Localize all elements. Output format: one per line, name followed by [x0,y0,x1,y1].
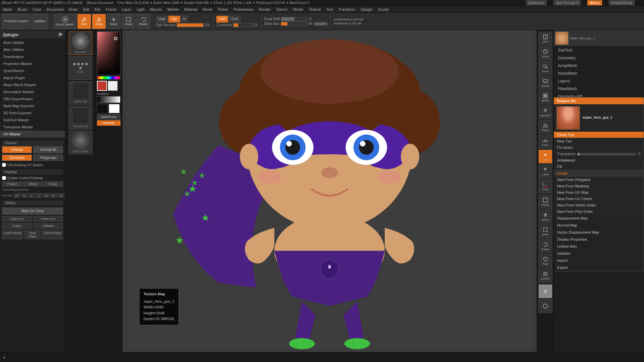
actual-btn[interactable]: 1:1 Actual [538,76,552,90]
menu-zscript[interactable]: Zscript [376,7,390,12]
lsym-btn[interactable]: L.Sym [538,164,552,178]
menu-tool[interactable]: Tool [325,7,334,12]
hue-strip[interactable] [97,76,120,79]
quick-sketch-btn[interactable]: Quick Sketch [54,14,76,29]
draw-btn[interactable]: Draw [92,14,106,29]
vector-displacement-map-item[interactable]: Vector Displacement Map [554,229,644,236]
multi-map-exporter-item[interactable]: Multi Map Exporter [0,103,65,110]
background-color-swatch[interactable] [108,81,118,91]
projection-master-btn[interactable]: Projection Master [2,14,30,29]
bottom-gray-btn[interactable] [538,284,552,298]
unwrap-all-btn[interactable]: Unwrap All [33,146,63,153]
zadd-btn[interactable]: Zadd [216,16,228,22]
scale-btn[interactable]: Scale [122,14,135,29]
mrgb-btn[interactable]: Mrgb [156,16,168,22]
rotate-btn[interactable]: Rotate [137,14,150,29]
transpose-master-item[interactable]: Transpose Master [0,124,65,131]
menus-btn[interactable]: Menus [587,0,602,5]
uv-master-item[interactable]: UV Master [0,131,65,138]
subtool-item[interactable]: SubTool [554,47,644,54]
flatten-btn[interactable]: Flatten [2,223,32,229]
projection-master-item[interactable]: Projection Master [0,60,65,67]
zoom-btn[interactable]: Zoom [538,61,552,75]
subtool-master-item[interactable]: SubTool Master [0,117,65,124]
brush-standard-thumb[interactable]: Standard [69,32,92,55]
displacement-map-item[interactable]: Displacement Map [554,215,644,222]
fill-item[interactable]: Fill [554,164,644,170]
dynamic-icon-btn[interactable]: Dynamic [538,105,552,119]
menu-macros[interactable]: Macros [149,7,163,12]
menu-alpha[interactable]: Alpha [1,7,13,12]
auto-update-item[interactable]: Auto Update [0,39,65,46]
default-script-btn[interactable]: DefaultZScript [609,0,635,5]
spix-btn[interactable]: SPix [538,32,552,46]
switch-color-btn[interactable]: SwitchColor [97,114,120,120]
menu-zplugin[interactable]: Zplugin [359,7,374,12]
menu-frame[interactable]: Frame [105,7,118,12]
rgb-btn[interactable]: Rgb [168,16,180,22]
new-from-poly-order-item[interactable]: New From Poly Order [554,208,644,215]
polygroups-toggle[interactable]: Polygroups [33,155,63,161]
menu-stencil[interactable]: Stencil [275,7,289,12]
menu-brush[interactable]: Brush [16,7,29,12]
unflatten-btn[interactable]: Unflatten [33,223,63,229]
paste-uvs-btn[interactable]: Paste UVs [33,216,63,222]
enable-control-painting-checkbox[interactable] [2,176,6,180]
lightbox-btn[interactable]: LightBox [32,14,48,29]
brush-texture-off-thumb[interactable]: Texture Off [69,106,92,129]
menu-document[interactable]: Document [45,7,65,12]
local-btn[interactable]: Local [538,149,552,164]
rotate-icon-btn[interactable]: Rotate [538,239,552,253]
menu-picker[interactable]: Picker [217,7,230,12]
decimation-master-item[interactable]: Decimation Master [0,88,65,96]
brush-dots-thumb[interactable]: Dots [69,56,92,80]
gradient-white-swatch[interactable] [109,104,120,113]
fix-seam-item[interactable]: Fix Seam [554,144,644,151]
brush-alpha-off-thumb[interactable]: Alpha Off [69,81,92,105]
menu-stroke[interactable]: Stroke [291,7,305,12]
work-on-clone-btn[interactable]: Work On Clone [2,207,63,215]
save-txtr-map-btn[interactable]: SaveTxtrMap [42,230,63,239]
frame-btn[interactable]: Frame [538,195,552,209]
m-btn[interactable]: M [181,16,188,22]
use-existing-uv-seams-checkbox[interactable] [2,163,6,167]
menu-render[interactable]: Render [258,7,272,12]
unified-skin-item[interactable]: Unified Skin [554,243,644,250]
display-properties-item[interactable]: Display Properties [554,236,644,243]
menu-light[interactable]: Light [135,7,146,12]
load-txtr-map-btn[interactable]: LoadTxtrMap [2,230,23,239]
menu-preferences[interactable]: Preferences [232,7,255,12]
gradient-bar[interactable] [97,96,120,103]
new-from-masking-item[interactable]: New From Masking [554,183,644,189]
bottom-btn2[interactable] [538,299,552,313]
menu-texture[interactable]: Texture [307,7,322,12]
quicksketch-item[interactable]: QuickSketch [0,67,65,74]
maya-blend-shapes-item[interactable]: Maya Blend Shapes [0,81,65,88]
normal-map-item[interactable]: Normal Map [554,222,644,229]
new-from-uv-map-item[interactable]: New From UV Map [554,189,644,196]
scale-icon-btn[interactable]: Scale [538,224,552,238]
gradient-black-swatch[interactable] [97,104,108,113]
deactivation-item[interactable]: Deactivation [0,53,65,60]
floor-btn[interactable]: Floor [538,135,552,149]
clone-txtr-item[interactable]: Clone Txtr [554,132,644,138]
export-item[interactable]: Export [554,264,644,271]
unwrap-btn[interactable]: Unwrap [2,146,32,153]
foreground-color-swatch[interactable] [97,81,107,91]
menu-marker[interactable]: Marker [166,7,180,12]
new-from-polypaint-item[interactable]: New From Polypaint [554,177,644,183]
menu-color[interactable]: Color [31,7,43,12]
menu-file[interactable]: File [93,7,102,12]
texture-preview-thumb[interactable] [556,106,580,130]
nanomesh-item[interactable]: NanoMesh [554,70,644,77]
polyf-btn[interactable]: Polyf [538,254,552,268]
line-fill-btn[interactable]: LineFill [538,268,552,283]
gxyz-btn[interactable]: GXyz [538,179,552,193]
scroll-btn[interactable]: Scroll [538,46,552,60]
quicksave-btn[interactable]: QuickSave [526,0,547,5]
clear-maps-btn[interactable]: Clear Maps [24,230,41,239]
protect-btn[interactable]: Protect [2,181,22,187]
zsub-btn[interactable]: Zsub [229,16,240,22]
viewport[interactable]: Texture Map super_hero_goz_1 Width=2048 … [122,30,537,352]
edit-btn[interactable]: Edit [77,14,91,29]
